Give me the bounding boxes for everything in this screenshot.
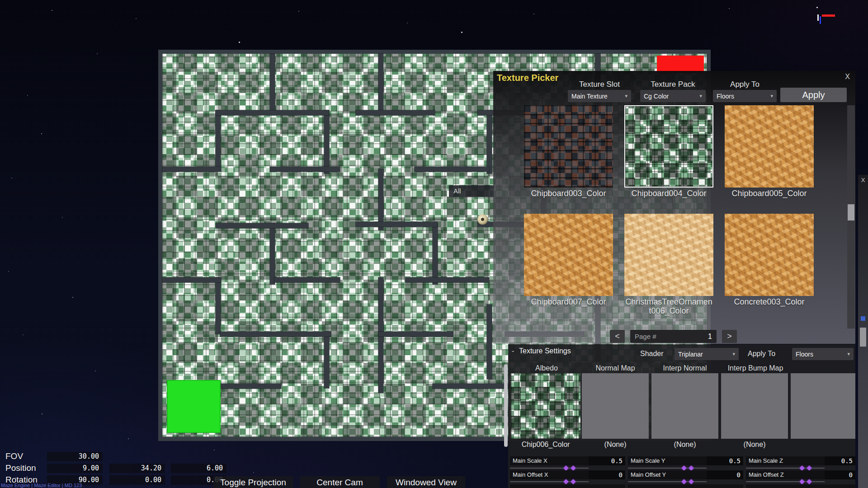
fov-value-field[interactable]: 30.00 <box>47 452 103 461</box>
rotation-y-field[interactable]: 0.00 <box>109 475 165 485</box>
texture-item[interactable]: Chipboard007_Color <box>524 214 613 307</box>
extra-slot-thumbnail[interactable] <box>791 373 855 439</box>
picker-scrollbar[interactable] <box>847 105 855 328</box>
close-icon[interactable]: X <box>858 177 868 183</box>
slider-handle[interactable] <box>689 465 693 470</box>
chevron-down-icon: ▾ <box>847 351 850 357</box>
picker-scrollbar-thumb[interactable] <box>848 204 854 221</box>
slot-label-interp-normal: Interp Normal <box>651 364 718 372</box>
texture-item[interactable]: Chipboard003_Color <box>524 105 613 198</box>
maze-wall <box>270 223 275 284</box>
albedo-slot-thumbnail[interactable] <box>511 373 580 439</box>
page-number-value: 1 <box>708 333 712 341</box>
texture-slot-value: Main Texture <box>571 93 608 100</box>
slider-track[interactable] <box>628 468 707 469</box>
slider-track[interactable] <box>746 481 825 482</box>
page-next-button[interactable]: > <box>722 330 737 343</box>
maze-wall <box>406 277 489 282</box>
slider-track[interactable] <box>510 481 589 482</box>
slider-track[interactable] <box>746 468 825 469</box>
texture-slot-select[interactable]: Main Texture ▾ <box>568 90 631 102</box>
slider-track[interactable] <box>510 468 589 469</box>
position-y-field[interactable]: 34.20 <box>109 464 165 473</box>
maze-wall <box>415 167 489 172</box>
slider-label-main-scale-y: Main Scale Y <box>628 456 707 465</box>
slider-value-main-offset-z[interactable]: 0 <box>825 470 855 479</box>
slider-handle[interactable] <box>799 479 804 484</box>
close-icon[interactable]: X <box>845 73 850 81</box>
page-number-label: Page # <box>635 333 656 340</box>
slider-label-main-scale-z: Main Scale Z <box>746 456 825 465</box>
slider-label-main-offset-x: Main Offset X <box>510 470 589 479</box>
center-cam-button[interactable]: Center Cam <box>300 476 380 488</box>
collapse-icon[interactable]: - <box>512 347 514 355</box>
slider-value-main-scale-x[interactable]: 0.5 <box>589 456 625 465</box>
maze-wall <box>274 277 340 282</box>
maze-wall <box>216 223 308 228</box>
normal-map-slot-thumbnail[interactable] <box>582 373 649 439</box>
apply-to-select[interactable]: Floors ▾ <box>713 90 777 102</box>
interp-normal-slot-thumbnail[interactable] <box>651 373 718 439</box>
settings-apply-to-label: Apply To <box>748 350 775 358</box>
interp-bump-map-slot-thumbnail[interactable] <box>721 373 788 439</box>
chevron-down-icon: ▾ <box>732 351 735 357</box>
status-bar: Maze Engine | Maze Editor | MD 123 <box>1 483 82 488</box>
texture-name: ChristmasTreeOrnament006_Color <box>624 298 713 316</box>
slider-handle[interactable] <box>563 465 568 470</box>
maze-wall <box>433 223 438 284</box>
texture-name: Concrete003_Color <box>725 298 814 307</box>
albedo-slot-name: Chip006_Color <box>511 441 580 449</box>
texture-item-selected[interactable]: Chipboard004_Color <box>624 105 713 198</box>
slot-label-normal-map: Normal Map <box>582 364 649 372</box>
page-number-input[interactable]: Page # 1 <box>630 330 717 343</box>
slider-handle[interactable] <box>807 465 811 470</box>
slider-handle[interactable] <box>571 465 576 470</box>
windowed-view-button[interactable]: Windowed View <box>387 476 465 488</box>
texture-item[interactable]: Chipboard005_Color <box>725 105 814 198</box>
page-prev-button[interactable]: < <box>610 330 625 343</box>
docked-scrollbar-thumb[interactable] <box>860 328 866 347</box>
interp-bump-map-slot-name: (None) <box>721 441 788 449</box>
texture-name: Chipboard004_Color <box>624 189 713 198</box>
texture-item[interactable]: ChristmasTreeOrnament006_Color <box>624 214 713 316</box>
texture-thumbnail[interactable] <box>524 105 613 188</box>
texture-settings-panel: - Texture Settings Shader Triplanar ▾ Ap… <box>508 344 855 488</box>
texture-item[interactable]: Concrete003_Color <box>725 214 814 307</box>
slider-handle[interactable] <box>681 479 686 484</box>
maze-wall <box>324 332 329 388</box>
slider-handle[interactable] <box>689 479 693 484</box>
texture-thumbnail[interactable] <box>624 105 713 188</box>
slider-handle[interactable] <box>563 479 568 484</box>
slider-row-clipped <box>510 484 625 488</box>
position-x-field[interactable]: 9.00 <box>47 464 103 473</box>
toggle-projection-button[interactable]: Toggle Projection <box>213 476 293 488</box>
maze-wall <box>356 110 435 115</box>
texture-thumbnail[interactable] <box>524 214 613 296</box>
slider-handle[interactable] <box>807 479 811 484</box>
maze-wall <box>487 110 492 174</box>
shader-select[interactable]: Triplanar ▾ <box>675 348 739 360</box>
maze-wall <box>216 277 221 334</box>
maze-wall <box>356 222 437 227</box>
fov-label: FOV <box>5 451 23 461</box>
slider-value-main-scale-y[interactable]: 0.5 <box>707 456 743 465</box>
slider-value-main-scale-z[interactable]: 0.5 <box>825 456 855 465</box>
apply-button[interactable]: Apply <box>780 88 847 102</box>
slider-handle[interactable] <box>799 465 804 470</box>
texture-thumbnail[interactable] <box>624 214 713 296</box>
texture-thumbnail[interactable] <box>725 105 814 188</box>
slider-handle[interactable] <box>681 465 686 470</box>
settings-scrollbar-thumb[interactable] <box>504 364 508 447</box>
settings-apply-to-select[interactable]: Floors ▾ <box>792 348 854 360</box>
position-z-field[interactable]: 6.00 <box>171 464 226 473</box>
texture-pack-select[interactable]: Cg Color ▾ <box>640 90 706 102</box>
slider-track[interactable] <box>628 481 707 482</box>
slider-value-main-offset-x[interactable]: 0 <box>589 470 625 479</box>
camera-marker[interactable] <box>477 214 488 225</box>
maze-wall <box>216 110 221 169</box>
slider-value-main-offset-y[interactable]: 0 <box>707 470 743 479</box>
chevron-down-icon: ▾ <box>625 93 627 99</box>
maze-wall <box>378 54 383 115</box>
slider-handle[interactable] <box>571 479 576 484</box>
texture-thumbnail[interactable] <box>725 214 814 296</box>
